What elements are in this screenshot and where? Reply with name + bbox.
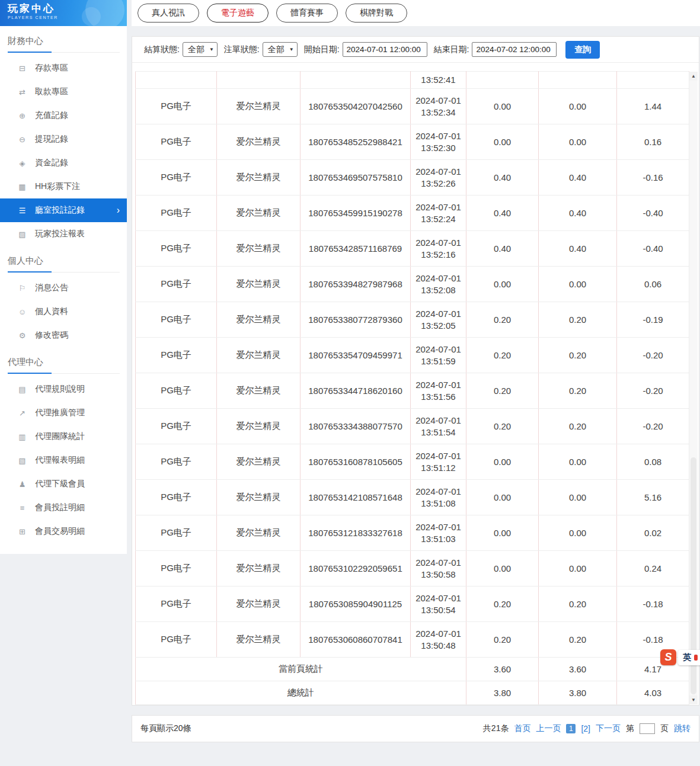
bell-icon: ⚐	[17, 284, 27, 293]
sidebar-item-share[interactable]: ↗ 代理推廣管理	[0, 401, 127, 425]
user-icon: ☺	[17, 307, 27, 316]
bet-amount-cell	[466, 72, 539, 89]
logo-subtitle: PLAYERS CENTER	[8, 15, 127, 20]
sidebar-item-gear[interactable]: ⚙ 修改密碼	[0, 323, 127, 347]
sidebar-item-doc[interactable]: ▤ 代理規則說明	[0, 377, 127, 401]
valid-bet-cell: 0.00	[539, 124, 617, 160]
order-status-select[interactable]: 全部	[263, 42, 298, 57]
doc-icon: ▤	[17, 385, 27, 394]
jump-button[interactable]: 跳转	[674, 723, 691, 734]
platform-cell: PG电子	[136, 195, 217, 231]
time-cell: 13:52:41	[411, 72, 466, 89]
tab-board-games[interactable]: 棋牌對戰	[346, 4, 407, 23]
order-no-cell: 1807653121833327618	[301, 515, 411, 551]
profit-cell: -0.20	[617, 373, 689, 409]
table-row: PG电子 爱尔兰精灵 1807653504207042560 2024-07-0…	[136, 89, 689, 124]
sidebar-item-funds[interactable]: ◈ 資金記錄	[0, 151, 127, 175]
sidebar-item-bet-records[interactable]: ☰ 廳室投註記錄	[0, 198, 127, 222]
vertical-scrollbar[interactable]	[689, 72, 698, 704]
time-cell: 2024-07-0113:52:30	[411, 124, 466, 160]
sidebar-item-deposit[interactable]: ⊟ 存款專區	[0, 56, 127, 80]
time-cell: 2024-07-0113:51:56	[411, 373, 466, 409]
order-status-label: 注單狀態:	[224, 44, 260, 55]
table-row: PG电子 爱尔兰精灵 1807653459915190278 2024-07-0…	[136, 195, 689, 231]
sidebar-item-team-stats[interactable]: ▥ 代理團隊統計	[0, 425, 127, 448]
valid-bet-cell: 0.40	[539, 160, 617, 195]
time-cell: 2024-07-0113:51:03	[411, 515, 466, 551]
valid-bet-cell: 0.20	[539, 622, 617, 658]
valid-bet-cell: 0.20	[539, 373, 617, 409]
sidebar-item-withdraw[interactable]: ⇄ 取款專區	[0, 80, 127, 104]
tab-sports[interactable]: 體育賽事	[276, 4, 338, 23]
sidebar-item-cashout[interactable]: ⊖ 提現記錄	[0, 127, 127, 151]
platform-cell: PG电子	[136, 586, 217, 622]
report-icon: ▨	[17, 230, 27, 239]
page-jump-input[interactable]	[640, 723, 655, 734]
bet-amount-cell: 0.40	[466, 160, 539, 195]
sidebar-item-user[interactable]: ☺ 個人資料	[0, 300, 127, 323]
table-row: PG电子 爱尔兰精灵 1807653394827987968 2024-07-0…	[136, 267, 689, 302]
logo-title: 玩家中心	[8, 2, 127, 15]
current-page-badge[interactable]: 1	[566, 724, 576, 733]
valid-bet-cell: 0.00	[539, 515, 617, 551]
order-no-cell: 1807653485252988421	[301, 124, 411, 160]
valid-bet-cell: 0.40	[539, 195, 617, 231]
ime-logo-icon[interactable]: S	[660, 649, 676, 665]
platform-cell: PG电子	[136, 409, 217, 444]
order-no-cell: 1807653394827987968	[301, 267, 411, 302]
game-cell: 爱尔兰精灵	[217, 231, 301, 267]
table-row: PG电子 爱尔兰精灵 1807653085904901125 2024-07-0…	[136, 586, 689, 622]
order-no-cell: 1807653380772879360	[301, 302, 411, 338]
start-date-input[interactable]	[343, 42, 427, 57]
jump-prefix-label: 第	[626, 723, 634, 734]
chevron-right-icon	[117, 206, 120, 215]
platform-cell: PG电子	[136, 231, 217, 267]
sidebar-item-recharge[interactable]: ⊕ 充值記錄	[0, 104, 127, 127]
search-button[interactable]: 查詢	[565, 41, 600, 59]
order-no-cell: 1807653160878105605	[301, 444, 411, 480]
app-root: 玩家中心 PLAYERS CENTER 財務中心 ⊟ 存款專區 ⇄ 取款專區 ⊕…	[0, 0, 700, 766]
sidebar-item-member-bets[interactable]: ≡ 會員投註明細	[0, 496, 127, 520]
platform-cell: PG电子	[136, 124, 217, 160]
settle-status-label: 結算狀態:	[144, 44, 180, 55]
sidebar-section-title: 個人中心	[8, 255, 120, 273]
transactions-icon: ⊞	[17, 527, 27, 536]
main-content: 真人視訊 電子遊藝 體育賽事 棋牌對戰 結算狀態: 全部 注單狀態: 全部 開始…	[132, 0, 700, 766]
order-no-cell: 1807653504207042560	[301, 89, 411, 124]
next-page-link[interactable]: 下一页	[596, 723, 621, 734]
total-count-text: 共21条	[483, 723, 509, 734]
scroll-up-arrow-icon[interactable]	[689, 72, 698, 81]
profit-cell	[617, 72, 689, 89]
game-cell: 爱尔兰精灵	[217, 89, 301, 124]
sidebar-item-report-detail[interactable]: ▧ 代理報表明細	[0, 448, 127, 472]
profit-cell: 4.03	[617, 681, 689, 705]
tab-electronic-games[interactable]: 電子遊藝	[207, 4, 269, 23]
bet-amount-cell: 0.40	[466, 231, 539, 267]
bet-amount-cell: 0.00	[466, 444, 539, 480]
time-cell: 2024-07-0113:51:12	[411, 444, 466, 480]
sidebar-item-transactions[interactable]: ⊞ 會員交易明細	[0, 520, 127, 543]
tab-live-video[interactable]: 真人視訊	[138, 4, 199, 23]
profit-cell: 0.24	[617, 551, 689, 586]
settle-status-select[interactable]: 全部	[183, 42, 218, 57]
sidebar-item-members[interactable]: ♟ 代理下級會員	[0, 472, 127, 496]
game-cell: 爱尔兰精灵	[217, 622, 301, 658]
ime-language-pill[interactable]: 英	[678, 650, 700, 665]
sidebar-item-report[interactable]: ▨ 玩家投注報表	[0, 222, 127, 246]
first-page-link[interactable]: 首页	[514, 723, 530, 734]
member-bets-icon: ≡	[17, 504, 27, 512]
end-date-label: 結束日期:	[434, 44, 469, 55]
prev-page-link[interactable]: 上一页	[536, 723, 561, 734]
platform-cell: PG电子	[136, 89, 217, 124]
end-date-input[interactable]	[472, 42, 557, 57]
scroll-down-arrow-icon[interactable]	[689, 696, 698, 704]
sidebar-item-bell[interactable]: ⚐ 消息公告	[0, 276, 127, 300]
sidebar-section-title: 代理中心	[8, 357, 120, 374]
summary-row: 總統計 3.80 3.80 4.03	[136, 681, 689, 705]
page-2-link[interactable]: [2]	[581, 724, 590, 733]
ime-widget[interactable]: S 英	[660, 649, 700, 665]
bet-amount-cell: 0.00	[466, 267, 539, 302]
order-no-cell: 1807653354709459971	[301, 338, 411, 373]
sidebar-item-lottery[interactable]: ▦ HH彩票下注	[0, 175, 127, 198]
share-icon: ↗	[17, 409, 27, 418]
